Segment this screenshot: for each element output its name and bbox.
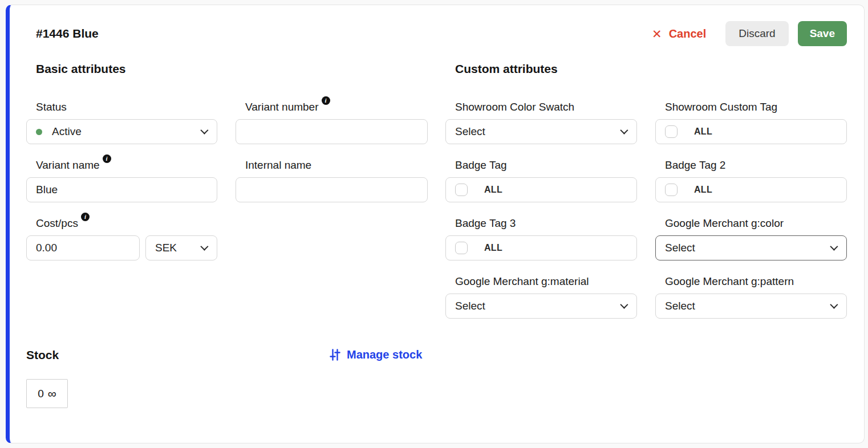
- variant-number-label: Variant numberi: [236, 101, 428, 113]
- cancel-button[interactable]: ✕ Cancel: [652, 27, 706, 40]
- info-icon[interactable]: i: [322, 96, 330, 105]
- google-pattern-field: Google Merchant g:pattern Select: [655, 275, 847, 319]
- stock-heading: Stock: [26, 348, 59, 362]
- cost-label-text: Cost/pcs: [36, 217, 78, 229]
- status-label: Status: [26, 101, 217, 113]
- basic-attributes-section: Basic attributes Status Active Variant n…: [26, 62, 428, 319]
- variant-name-label: Variant namei: [26, 159, 217, 172]
- showroom-color-swatch-label: Showroom Color Swatch: [445, 101, 637, 113]
- variant-name-input[interactable]: [26, 177, 217, 202]
- badge-tag-3-field: Badge Tag 3 ALL: [445, 217, 637, 260]
- select-value: Select: [665, 242, 695, 254]
- badge-tag-2-allbox[interactable]: ALL: [655, 177, 847, 202]
- chevron-down-icon: [830, 243, 838, 251]
- select-value: Select: [455, 300, 485, 312]
- status-field: Status Active: [26, 101, 217, 144]
- chevron-down-icon: [200, 243, 208, 251]
- badge-tag-3-label: Badge Tag 3: [445, 217, 637, 230]
- custom-attributes-section: Custom attributes Showroom Color Swatch …: [445, 62, 847, 319]
- cost-row: SEK: [26, 235, 217, 260]
- google-color-label: Google Merchant g:color: [655, 217, 847, 230]
- stock-section: Stock Manage stock 0 ∞: [26, 348, 847, 408]
- custom-attributes-grid: Showroom Color Swatch Select Showroom Cu…: [445, 101, 847, 319]
- select-value: Select: [455, 125, 485, 138]
- card-header: #1446 Blue ✕ Cancel Discard Save: [26, 21, 847, 46]
- variant-number-field: Variant numberi: [236, 101, 428, 144]
- google-color-select[interactable]: Select: [655, 235, 847, 260]
- badge-tag-allbox[interactable]: ALL: [445, 177, 637, 202]
- showroom-color-swatch-select[interactable]: Select: [445, 119, 637, 144]
- google-pattern-select[interactable]: Select: [655, 294, 847, 319]
- checkbox[interactable]: [455, 184, 468, 196]
- google-material-label: Google Merchant g:material: [445, 275, 637, 288]
- manage-stock-link[interactable]: Manage stock: [330, 348, 422, 361]
- showroom-custom-tag-allbox[interactable]: ALL: [655, 119, 847, 144]
- badge-tag-label: Badge Tag: [445, 159, 637, 172]
- badge-tag-2-label: Badge Tag 2: [655, 159, 847, 172]
- variant-number-input[interactable]: [236, 119, 428, 144]
- badge-tag-field: Badge Tag ALL: [445, 159, 637, 202]
- all-label: ALL: [484, 243, 502, 253]
- variant-name-label-text: Variant name: [36, 159, 100, 171]
- showroom-custom-tag-label: Showroom Custom Tag: [655, 101, 847, 113]
- all-label: ALL: [484, 185, 502, 195]
- close-icon: ✕: [652, 28, 662, 40]
- sliders-icon: [330, 349, 340, 361]
- chevron-down-icon: [620, 127, 628, 135]
- stock-quantity-box[interactable]: 0 ∞: [26, 379, 68, 408]
- internal-name-label: Internal name: [236, 159, 428, 172]
- info-icon[interactable]: i: [103, 154, 111, 163]
- cost-input[interactable]: [26, 235, 140, 260]
- status-dot-icon: [36, 129, 42, 135]
- badge-tag-2-field: Badge Tag 2 ALL: [655, 159, 847, 202]
- all-label: ALL: [694, 127, 712, 137]
- info-icon[interactable]: i: [81, 213, 90, 221]
- chevron-down-icon: [200, 127, 208, 135]
- cost-field: Cost/pcsi SEK: [26, 217, 217, 260]
- select-value: Select: [665, 300, 695, 312]
- page-title: #1446 Blue: [26, 27, 99, 40]
- all-label: ALL: [694, 185, 712, 195]
- save-button[interactable]: Save: [798, 21, 847, 46]
- checkbox[interactable]: [665, 184, 678, 196]
- discard-button[interactable]: Discard: [725, 21, 788, 46]
- custom-attributes-heading: Custom attributes: [445, 62, 847, 76]
- currency-select[interactable]: SEK: [145, 235, 217, 260]
- basic-attributes-heading: Basic attributes: [26, 62, 428, 76]
- chevron-down-icon: [830, 301, 838, 309]
- variant-name-field: Variant namei: [26, 159, 217, 202]
- variant-number-label-text: Variant number: [245, 101, 319, 113]
- google-material-select[interactable]: Select: [445, 294, 637, 319]
- internal-name-input[interactable]: [236, 177, 428, 202]
- status-select[interactable]: Active: [26, 119, 217, 144]
- showroom-custom-tag-field: Showroom Custom Tag ALL: [655, 101, 847, 144]
- google-color-field: Google Merchant g:color Select: [655, 217, 847, 260]
- badge-tag-3-allbox[interactable]: ALL: [445, 235, 637, 260]
- stock-quantity: 0: [38, 388, 44, 400]
- chevron-down-icon: [620, 301, 628, 309]
- header-actions: ✕ Cancel Discard Save: [652, 21, 847, 46]
- infinity-icon: ∞: [48, 387, 56, 401]
- status-value: Active: [52, 125, 82, 138]
- stock-header: Stock Manage stock: [26, 348, 847, 362]
- basic-attributes-grid: Status Active Variant numberi Variant na…: [26, 101, 428, 260]
- checkbox[interactable]: [665, 125, 678, 138]
- currency-value: SEK: [155, 242, 177, 254]
- manage-stock-label: Manage stock: [347, 348, 422, 361]
- attributes-columns: Basic attributes Status Active Variant n…: [26, 62, 847, 319]
- google-pattern-label: Google Merchant g:pattern: [655, 275, 847, 288]
- cost-label: Cost/pcsi: [26, 217, 217, 230]
- variant-edit-card: #1446 Blue ✕ Cancel Discard Save Basic a…: [6, 5, 865, 443]
- checkbox[interactable]: [455, 242, 468, 254]
- cancel-button-label: Cancel: [669, 27, 707, 40]
- showroom-color-swatch-field: Showroom Color Swatch Select: [445, 101, 637, 144]
- google-material-field: Google Merchant g:material Select: [445, 275, 637, 319]
- internal-name-field: Internal name: [236, 159, 428, 202]
